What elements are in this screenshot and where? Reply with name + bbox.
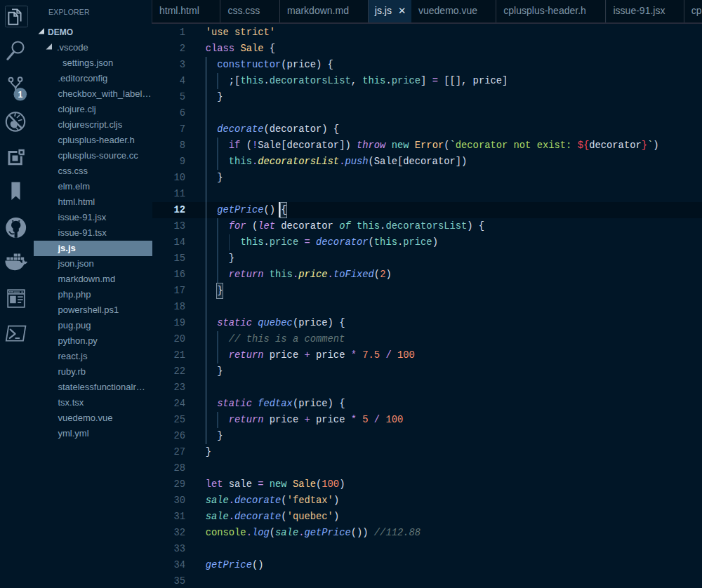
svg-text:1: 1 [18, 90, 22, 100]
